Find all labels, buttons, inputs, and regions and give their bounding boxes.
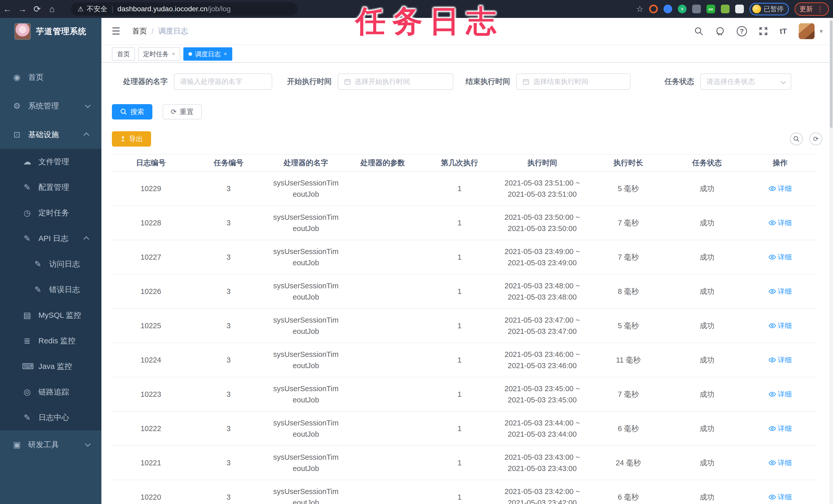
table-cell: sysUserSessionTimeoutJob (267, 446, 344, 480)
table-cell: 3 (190, 206, 267, 240)
sidebar-item-Java-监控[interactable]: ⌨Java 监控 (0, 354, 101, 379)
sidebar-item-链路追踪[interactable]: ◎链路追踪 (0, 379, 101, 405)
detail-link-label: 详细 (778, 251, 792, 263)
sidebar-item-研发工具[interactable]: ▣研发工具 (0, 430, 101, 459)
extension-grid-icon[interactable] (692, 5, 701, 13)
table-cell: 成功 (670, 446, 744, 480)
reload-icon[interactable]: ⟳ (30, 4, 45, 14)
end-time-picker[interactable]: 选择结束执行时间 (516, 73, 630, 90)
tab-首页[interactable]: 首页 (112, 47, 135, 60)
table-cell-actions: 详细 (744, 377, 816, 411)
user-menu-caret-icon[interactable]: ▾ (820, 28, 823, 35)
help-icon[interactable]: ? (737, 26, 747, 36)
reset-button[interactable]: ⟳ 重置 (163, 104, 202, 120)
close-tab-icon[interactable]: × (224, 51, 227, 57)
gear-icon: ⚙ (12, 101, 22, 111)
sidebar-item-MySQL-监控[interactable]: ▤MySQL 监控 (0, 302, 101, 328)
refresh-table-button[interactable]: ⟳ (809, 132, 822, 145)
bookmark-star-icon[interactable]: ☆ (636, 4, 643, 14)
eye-icon (769, 186, 776, 191)
close-tab-icon[interactable]: × (172, 51, 175, 57)
sidebar-item-Redis-监控[interactable]: ≣Redis 监控 (0, 328, 101, 354)
sidebar-item-API-日志[interactable]: ✎API 日志 (0, 226, 101, 251)
detail-link[interactable]: 详细 (769, 251, 792, 263)
sidebar-item-访问日志[interactable]: ✎访问日志 (0, 251, 101, 277)
sidebar-item-基础设施[interactable]: ⊡基础设施 (0, 120, 101, 149)
scrollbar-thumb[interactable] (830, 21, 832, 128)
insecure-warning-icon[interactable]: ⚠ (78, 5, 84, 13)
table-row: 102293sysUserSessionTimeoutJob12021-05-0… (112, 171, 816, 206)
detail-link-label: 详细 (778, 423, 792, 434)
url-path: /job/log (208, 5, 231, 13)
table-cell: 7 毫秒 (587, 206, 670, 240)
detail-link[interactable]: 详细 (769, 286, 792, 297)
table-cell: 成功 (670, 343, 744, 377)
fullscreen-icon[interactable] (759, 27, 768, 36)
sidebar-item-文件管理[interactable]: ☁文件管理 (0, 149, 101, 175)
extension-green-y-icon[interactable]: Y (678, 5, 687, 13)
browser-menu-icon[interactable]: ⋮ (816, 5, 824, 13)
extension-on-badge-icon[interactable]: on (707, 5, 715, 13)
sidebar-item-label: 配置管理 (39, 182, 69, 193)
search-button[interactable]: 搜索 (112, 104, 152, 120)
sidebar-item-配置管理[interactable]: ✎配置管理 (0, 175, 101, 200)
detail-link[interactable]: 详细 (769, 354, 792, 366)
table-cell: 2021-05-03 23:47:00 ~2021-05-03 23:47:00 (498, 308, 587, 343)
sidebar-item-定时任务[interactable]: ◷定时任务 (0, 200, 101, 226)
filter-form: 处理器的名字 请输入处理器的名字 开始执行时间 选择开始执行时间 结束执行时间 … (101, 73, 833, 90)
detail-link[interactable]: 详细 (769, 388, 792, 400)
column-header: 处理器的名字 (267, 154, 344, 171)
browser-update-button[interactable]: 更新 ⋮ (794, 2, 829, 16)
detail-link[interactable]: 详细 (769, 320, 792, 331)
dashboard-icon: ◉ (12, 72, 22, 82)
sidebar-item-错误日志[interactable]: ✎错误日志 (0, 277, 101, 302)
column-header: 第几次执行 (421, 154, 498, 171)
sidebar-item-日志中心[interactable]: ✎日志中心 (0, 405, 101, 430)
breadcrumb-home[interactable]: 首页 (132, 26, 147, 36)
detail-link[interactable]: 详细 (769, 457, 792, 469)
back-icon[interactable]: ← (0, 4, 15, 14)
hamburger-icon[interactable]: ☰ (112, 26, 120, 37)
extension-leaf-icon[interactable] (721, 5, 730, 13)
address-bar[interactable]: ⚠ 不安全 | dashboard.yudao.iocoder.cn/job/l… (71, 2, 298, 16)
tab-定时任务[interactable]: 定时任务× (138, 47, 180, 60)
end-time-label: 结束执行时间 (465, 76, 510, 87)
user-avatar[interactable] (799, 23, 814, 39)
handler-name-placeholder: 请输入处理器的名字 (180, 77, 242, 86)
page-scrollbar[interactable] (829, 18, 833, 504)
export-button[interactable]: ↥ 导出 (112, 131, 151, 147)
start-time-placeholder: 选择开始执行时间 (355, 77, 410, 86)
handler-name-input[interactable]: 请输入处理器的名字 (174, 73, 272, 90)
table-cell: 7 毫秒 (587, 377, 670, 411)
task-status-select[interactable]: 请选择任务状态 (700, 73, 791, 90)
table-cell: sysUserSessionTimeoutJob (267, 377, 344, 411)
app-logo[interactable]: 芋道管理系统 (0, 18, 101, 45)
toggle-search-button[interactable] (790, 132, 803, 145)
sidebar-item-系统管理[interactable]: ⚙系统管理 (0, 92, 101, 120)
home-icon[interactable]: ⌂ (45, 4, 60, 14)
sidebar-item-首页[interactable]: ◉首页 (0, 63, 101, 92)
handler-name-label: 处理器的名字 (123, 76, 168, 87)
cloud-upload-icon: ☁ (22, 157, 32, 167)
forward-icon[interactable]: → (15, 4, 30, 14)
table-cell (344, 171, 421, 206)
chevron-down-icon (85, 441, 91, 447)
font-size-icon[interactable]: tT (780, 27, 787, 35)
extension-puzzle-icon[interactable] (735, 5, 744, 13)
tab-调度日志[interactable]: 调度日志× (183, 47, 232, 60)
detail-link[interactable]: 详细 (769, 423, 792, 434)
table-cell-actions: 详细 (744, 240, 816, 274)
sidebar-item-label: 链路追踪 (39, 387, 69, 397)
paused-extension-badge[interactable]: 已暂停 (749, 3, 789, 15)
table-cell: 成功 (670, 411, 744, 446)
detail-link[interactable]: 详细 (769, 217, 792, 228)
start-time-picker[interactable]: 选择开始执行时间 (338, 73, 453, 90)
detail-link[interactable]: 详细 (769, 492, 792, 503)
sidebar-item-label: 首页 (28, 72, 44, 83)
github-icon[interactable] (715, 26, 725, 36)
detail-link-label: 详细 (778, 183, 792, 194)
detail-link[interactable]: 详细 (769, 183, 792, 194)
extension-blue-drop-icon[interactable] (664, 5, 672, 13)
extension-orange-ring-icon[interactable] (649, 5, 658, 13)
search-icon[interactable] (694, 27, 704, 36)
